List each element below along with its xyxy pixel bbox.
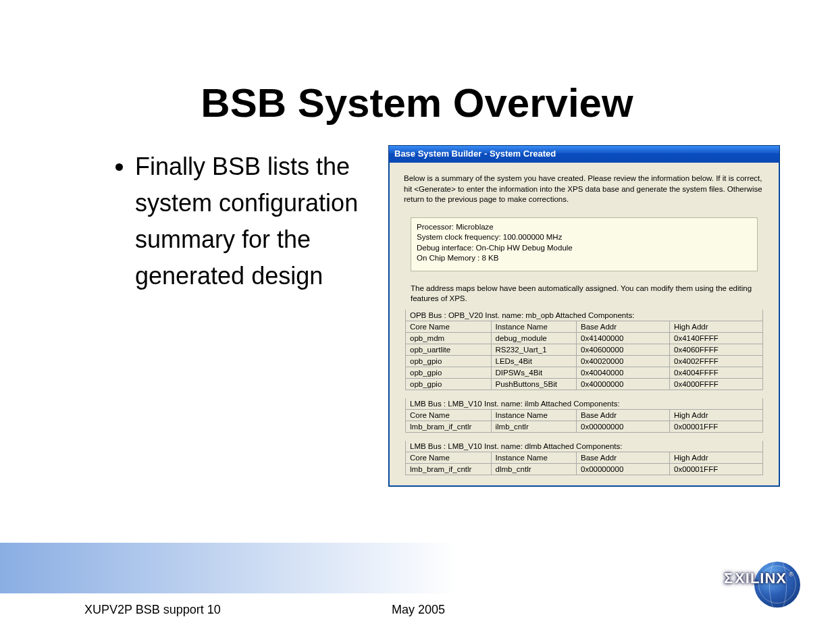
table-row: opb_gpio LEDs_4Bit 0x40020000 0x4002FFFF: [406, 355, 763, 367]
table-col-header: Core Name: [406, 321, 492, 332]
window-body: Below is a summary of the system you hav…: [389, 163, 779, 486]
summary-clock: System clock frequency: 100.000000 MHz: [417, 232, 752, 243]
table-col-header: Base Addr: [577, 409, 670, 421]
table-col-header: Base Addr: [577, 321, 670, 332]
table-row: opb_gpio DIPSWs_4Bit 0x40040000 0x4004FF…: [406, 367, 763, 378]
slide-title: BSB System Overview: [0, 80, 834, 126]
table-row: opb_gpio PushButtons_5Bit 0x40000000 0x4…: [406, 378, 763, 390]
bsb-window: Base System Builder - System Created Bel…: [388, 145, 780, 487]
address-map-note: The address maps below have been automat…: [411, 284, 764, 304]
ilmb-bus-table: LMB Bus : LMB_V10 Inst. name: ilmb Attac…: [405, 398, 763, 433]
table-col-header: Instance Name: [491, 321, 577, 332]
dlmb-bus-table: LMB Bus : LMB_V10 Inst. name: dlmb Attac…: [405, 441, 763, 475]
table-row: opb_uartlite RS232_Uart_1 0x40600000 0x4…: [406, 344, 763, 355]
globe-icon: [754, 562, 800, 608]
table-col-header: High Addr: [670, 321, 763, 332]
table-row: lmb_bram_if_cntlr dlmb_cntlr 0x00000000 …: [406, 463, 763, 475]
system-summary-box: Processor: Microblaze System clock frequ…: [411, 217, 758, 271]
table-col-header: High Addr: [670, 452, 763, 463]
registered-mark: ®: [789, 571, 793, 578]
bullet-list: Finally BSB lists the system configurati…: [108, 149, 378, 294]
xilinx-logo: ΣXILINX ®: [712, 564, 800, 608]
footer-left: XUPV2P BSB support 10: [84, 603, 221, 617]
table-col-header: Base Addr: [577, 452, 670, 463]
window-titlebar: Base System Builder - System Created: [389, 146, 779, 163]
table-row: opb_mdm debug_module 0x41400000 0x4140FF…: [406, 332, 763, 344]
table-col-header: Core Name: [406, 409, 492, 421]
ilmb-bus-header: LMB Bus : LMB_V10 Inst. name: ilmb Attac…: [406, 398, 763, 410]
table-col-header: Instance Name: [491, 452, 577, 463]
table-col-header: High Addr: [670, 409, 763, 421]
table-row: lmb_bram_if_cntlr ilmb_cntlr 0x00000000 …: [406, 421, 763, 432]
dlmb-bus-header: LMB Bus : LMB_V10 Inst. name: dlmb Attac…: [406, 441, 763, 452]
bullet-item: Finally BSB lists the system configurati…: [135, 149, 378, 294]
background-wash: [0, 543, 834, 593]
table-col-header: Core Name: [406, 452, 492, 463]
summary-memory: On Chip Memory : 8 KB: [417, 253, 752, 264]
table-col-header: Instance Name: [491, 409, 577, 421]
summary-debug: Debug interface: On-Chip HW Debug Module: [417, 243, 752, 254]
opb-bus-header: OPB Bus : OPB_V20 Inst. name: mb_opb Att…: [406, 310, 763, 321]
footer-date: May 2005: [392, 603, 445, 617]
opb-bus-table: OPB Bus : OPB_V20 Inst. name: mb_opb Att…: [405, 310, 763, 390]
summary-processor: Processor: Microblaze: [417, 222, 752, 233]
intro-text: Below is a summary of the system you hav…: [404, 173, 764, 205]
xilinx-logo-text: ΣXILINX: [724, 570, 787, 587]
sigma-icon: Σ: [724, 570, 733, 587]
